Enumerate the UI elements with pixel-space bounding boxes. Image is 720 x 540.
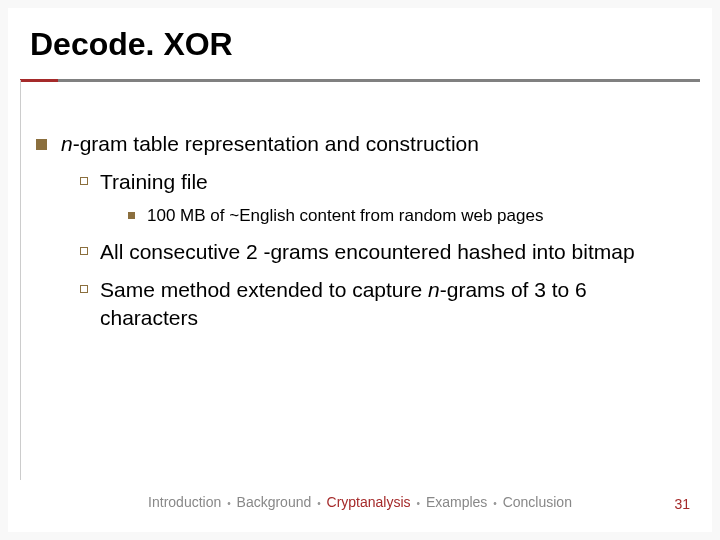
bullet-level2: All consecutive 2 -grams encountered has… — [80, 238, 684, 266]
title-area: Decode. XOR — [8, 8, 712, 73]
bullet-level1: n-gram table representation and construc… — [36, 130, 684, 158]
slide-body: n-gram table representation and construc… — [8, 82, 712, 333]
italic-n: n — [61, 132, 73, 155]
footer-item: Examples — [426, 494, 487, 510]
bullet-text: n-gram table representation and construc… — [61, 130, 479, 158]
separator-icon: • — [416, 498, 420, 509]
bullet-text: Same method extended to capture n-grams … — [100, 276, 684, 333]
square-bullet-icon — [36, 139, 47, 150]
footer-item-active: Cryptanalysis — [327, 494, 411, 510]
bullet-level3: 100 MB of ~English content from random w… — [128, 205, 684, 228]
footer-breadcrumb: Introduction • Background • Cryptanalysi… — [8, 494, 712, 510]
separator-icon: • — [317, 498, 321, 509]
hollow-square-bullet-icon — [80, 247, 88, 255]
bullet-text: All consecutive 2 -grams encountered has… — [100, 238, 635, 266]
separator-icon: • — [227, 498, 231, 509]
bullet-text: Training file — [100, 168, 208, 196]
bullet-text: 100 MB of ~English content from random w… — [147, 205, 543, 228]
footer-item: Background — [237, 494, 312, 510]
bullet-level2: Training file — [80, 168, 684, 196]
italic-n: n — [428, 278, 440, 301]
l2c-pre: Same method extended to capture — [100, 278, 428, 301]
footer-item: Conclusion — [503, 494, 572, 510]
title-underline-accent — [20, 79, 58, 82]
separator-icon: • — [493, 498, 497, 509]
bullet-level2: Same method extended to capture n-grams … — [80, 276, 684, 333]
left-vertical-rule — [20, 80, 21, 480]
slide: Decode. XOR n-gram table representation … — [8, 8, 712, 532]
hollow-square-bullet-icon — [80, 177, 88, 185]
title-underline — [20, 79, 700, 82]
page-number: 31 — [674, 496, 690, 512]
hollow-square-bullet-icon — [80, 285, 88, 293]
footer-item: Introduction — [148, 494, 221, 510]
l1-rest: -gram table representation and construct… — [73, 132, 479, 155]
slide-title: Decode. XOR — [30, 26, 690, 63]
small-square-bullet-icon — [128, 212, 135, 219]
